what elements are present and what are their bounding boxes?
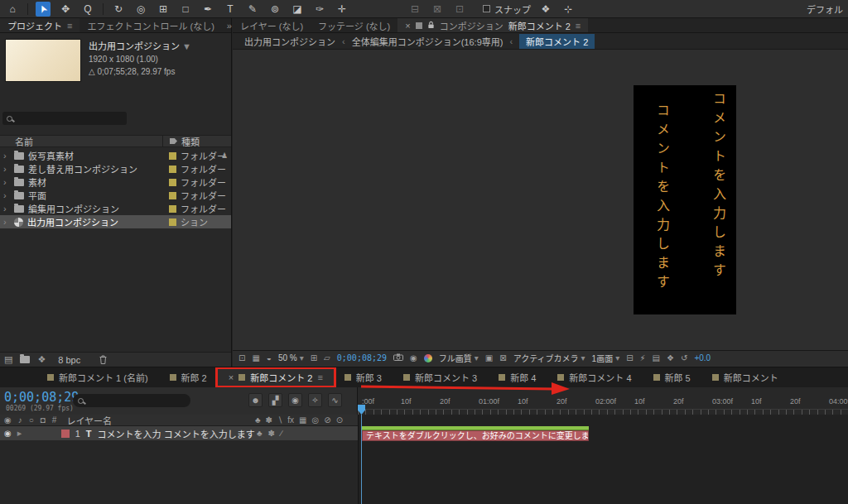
disclosure-icon[interactable]: › (3, 177, 10, 187)
breadcrumb-item[interactable]: 全体編集用コンポジション(16:9専用) (352, 35, 504, 48)
color-depth-button[interactable]: 8 bpc (58, 355, 80, 365)
show-snapshot-icon[interactable]: ◉ (410, 353, 417, 362)
adjustment-switch-icon[interactable]: ⊘ (324, 415, 330, 425)
reset-exposure-icon[interactable]: ↺ (681, 353, 687, 362)
region-of-interest-icon[interactable]: ▣ (485, 353, 493, 362)
shy-layers-icon[interactable]: ☻ (248, 393, 263, 407)
3d-switch-icon[interactable]: ⊙ (336, 415, 343, 425)
label-color-swatch[interactable] (169, 152, 176, 160)
zoom-tool-button[interactable]: Q (80, 2, 95, 17)
ruler-ticks[interactable] (358, 409, 848, 415)
transparency-grid-icon[interactable]: ⊠ (499, 353, 506, 362)
trash-icon[interactable] (99, 355, 107, 364)
home-button[interactable]: ⌂ (5, 2, 20, 17)
disclosure-icon[interactable]: › (3, 204, 10, 214)
camera-tool-button[interactable]: ◎ (133, 2, 148, 17)
timeline-tab-groom-comment-2-active[interactable]: × 新郎コメント 2 ≡ (218, 367, 334, 387)
selection-tool-button[interactable]: ➤ (36, 2, 51, 17)
always-preview-icon[interactable]: ⊡ (238, 353, 245, 362)
label-color-swatch[interactable] (169, 179, 176, 186)
view-layout-dropdown[interactable]: 1画面 ▾ (592, 352, 620, 364)
label-color-swatch[interactable] (169, 218, 176, 226)
project-row-edit-comp[interactable]: › 編集用コンポジション フォルダー (0, 202, 231, 215)
puppet-pin-tool-button[interactable]: ✛ (335, 2, 349, 17)
video-column-icon[interactable]: ◉ (4, 415, 12, 425)
composition-thumbnail[interactable] (5, 39, 81, 82)
mask-visibility-icon[interactable]: ◒ (267, 353, 272, 362)
solo-column-icon[interactable]: ○ (29, 415, 34, 425)
close-tab-icon[interactable]: × (405, 21, 410, 31)
show-channel-icon[interactable] (424, 354, 432, 362)
layer-name-column-header[interactable]: レイヤー名 (66, 414, 112, 427)
primary-viewer-icon[interactable]: ▦ (252, 353, 259, 362)
viewer-timecode[interactable]: 0;00;08;29 (337, 353, 387, 362)
sync-settings-icon[interactable]: ⊹ (561, 2, 576, 17)
layer-name[interactable]: コメントを入力 コメントを入力します (98, 427, 255, 440)
timeline-search-input[interactable] (88, 396, 186, 406)
label-color-swatch[interactable] (169, 166, 176, 173)
new-folder-icon[interactable] (20, 356, 30, 363)
disclosure-icon[interactable]: › (3, 164, 10, 174)
rectangle-tool-button[interactable]: □ (178, 2, 193, 17)
snap-checkbox[interactable] (483, 5, 490, 12)
project-row-photo-material[interactable]: › 仮写真素材 フォルダー ♟ (0, 149, 231, 162)
project-row-output-comp-selected[interactable]: › 出力用コンポジション ション (0, 215, 231, 228)
tab-footage-viewer[interactable]: フッテージ (なし) (311, 18, 398, 32)
snap-toggle[interactable]: スナップ (483, 2, 531, 16)
number-column-header[interactable]: # (52, 415, 57, 425)
composition-view[interactable]: コメントを入力します コメントを入力します (634, 85, 736, 314)
interpret-footage-icon[interactable]: ▤ (4, 354, 12, 365)
fx-switch-icon[interactable]: fx (287, 415, 294, 425)
breadcrumb-item-current[interactable]: 新郎コメント 2 (519, 34, 595, 49)
breadcrumb-item[interactable]: 出力用コンポジション (244, 35, 335, 48)
timeline-button-icon[interactable]: ▤ (653, 353, 660, 362)
resolution-dropdown[interactable]: フル画質 ▾ (439, 352, 479, 364)
layer-collapse-switch[interactable]: ✽ (268, 429, 275, 438)
disclosure-icon[interactable]: › (3, 217, 10, 227)
pen-tool-button[interactable]: ✒ (200, 2, 215, 17)
eraser-tool-button[interactable]: ◪ (290, 2, 305, 17)
zoom-dropdown[interactable]: 50 % ▾ (278, 353, 304, 362)
grid-guides-icon[interactable]: ⊞ (311, 353, 317, 362)
layer-visibility-icon[interactable]: ◉ (4, 429, 12, 438)
layer-label-color[interactable] (61, 430, 70, 438)
column-name-header[interactable]: 名前 (0, 135, 33, 148)
type-tool-button[interactable]: T (223, 2, 238, 17)
timeline-search[interactable] (73, 394, 190, 407)
roto-brush-tool-button[interactable]: ✑ (312, 2, 327, 17)
shy-switch-icon[interactable]: ♣ (255, 415, 261, 425)
timeline-tab-groom-comment-5[interactable]: 新郎コメント (701, 367, 789, 387)
disclosure-icon[interactable]: › (3, 190, 10, 200)
motion-blur-icon[interactable]: ◉ (288, 393, 302, 407)
quality-switch-icon[interactable]: ∖ (277, 415, 282, 425)
audio-column-icon[interactable]: ♪ (18, 415, 22, 425)
layer-shy-switch[interactable]: ♣ (257, 429, 263, 438)
tab-effect-controls[interactable]: エフェクトコントロール (なし) (80, 18, 221, 32)
panel-menu-icon[interactable]: ≡ (576, 21, 581, 31)
column-type-header[interactable]: 種類 (162, 136, 200, 146)
timeline-tab-groom-comment-1[interactable]: 新郎コメント 1 (名前) (36, 367, 159, 387)
brush-tool-button[interactable]: ✎ (245, 2, 260, 17)
dropdown-caret-icon[interactable]: ▼ (182, 41, 191, 51)
project-search-input[interactable] (17, 114, 123, 123)
workspace-selector[interactable]: デフォル (807, 2, 843, 16)
collapse-switch-icon[interactable]: ✽ (266, 415, 272, 425)
frame-blend-switch-icon[interactable]: ▦ (299, 415, 306, 425)
text-layer-duration-bar[interactable]: テキストをダブルクリックし、お好みのコメントに変更します。 (362, 430, 589, 441)
pan-behind-tool-button[interactable]: ⊞ (156, 2, 171, 17)
project-row-solid[interactable]: › 平面 フォルダー (0, 189, 231, 202)
label-color-swatch[interactable] (169, 192, 176, 199)
track-area[interactable]: テキストをダブルクリックし、お好みのコメントに変更します。 (358, 415, 848, 504)
frame-blend-icon[interactable]: ▞ (268, 393, 282, 407)
project-list-header[interactable]: 名前 種類 (0, 135, 231, 147)
new-composition-icon[interactable]: ❖ (37, 354, 46, 365)
pixel-aspect-icon[interactable]: ⊟ (626, 353, 633, 362)
mask-path-icon[interactable]: ▱ (324, 353, 330, 362)
label-color-swatch[interactable] (169, 205, 176, 213)
timeline-tab-groom-5[interactable]: 新郎 5 (643, 367, 701, 387)
camera-view-dropdown[interactable]: アクティブカメラ ▾ (513, 352, 585, 364)
hand-tool-button[interactable]: ✥ (58, 2, 73, 17)
project-row-replacement-comp[interactable]: › 差し替え用コンポジション フォルダー (0, 162, 231, 175)
snapshot-camera-icon[interactable] (393, 353, 403, 362)
layer-row-1[interactable]: ◉ ▸ 1 T コメントを入力 コメントを入力します ♣ ✽ ∕ (0, 426, 358, 440)
